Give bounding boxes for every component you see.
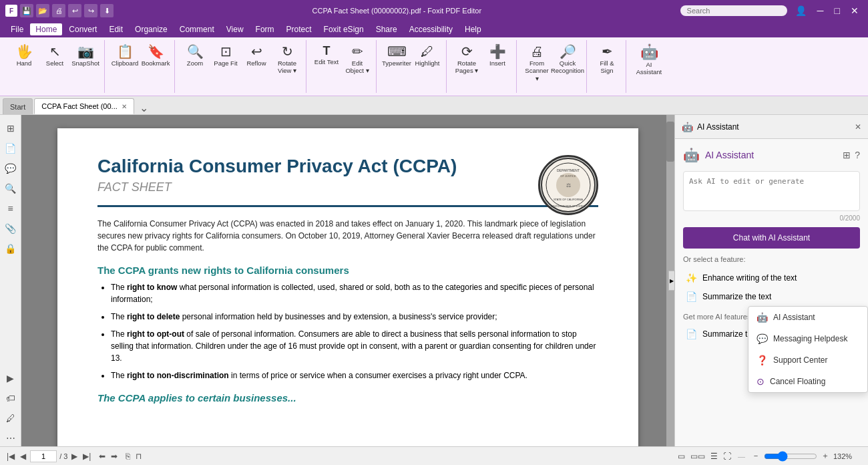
quick-access-print[interactable]: 🖨	[52, 4, 65, 17]
user-profile-icon[interactable]: 👤	[791, 4, 811, 17]
sidebar-signature-icon[interactable]: 🖊	[3, 410, 19, 426]
page-separator: / 3	[59, 452, 67, 460]
sidebar-stamp-icon[interactable]: 🏷	[3, 390, 19, 406]
menu-share[interactable]: Share	[371, 23, 403, 35]
dropdown-ai-assistant[interactable]: 🤖 AI Assistant	[748, 307, 867, 328]
menu-foxiteSign[interactable]: Foxit eSign	[318, 23, 369, 35]
ribbon-btn-hand[interactable]: 🖐 Hand	[9, 43, 39, 69]
dropdown-support-center[interactable]: ❓ Support Center	[748, 349, 867, 371]
zoom-in-btn[interactable]: ＋	[820, 449, 831, 463]
ai-panel-header: 🤖 AI Assistant ✕	[675, 115, 868, 139]
sidebar-pages-icon[interactable]: 📄	[3, 140, 19, 156]
editobject-icon: ✏	[352, 45, 363, 58]
menu-protect[interactable]: Protect	[281, 23, 317, 35]
menu-view[interactable]: View	[221, 23, 249, 35]
ribbon-btn-bookmark[interactable]: 🔖 Bookmark	[141, 43, 170, 69]
tab-ccpa[interactable]: CCPA Fact Sheet (00... ✕	[34, 98, 134, 114]
sidebar-thumbnail-icon[interactable]: ⊞	[3, 120, 19, 136]
menu-home[interactable]: Home	[30, 23, 62, 35]
sidebar-comments-icon[interactable]: 💬	[3, 160, 19, 176]
view-double-page-btn[interactable]: ▭▭	[689, 450, 706, 462]
tab-start[interactable]: Start	[3, 98, 33, 114]
ribbon-btn-insert[interactable]: ➕ Insert	[483, 43, 512, 69]
ribbon-btn-aiassistant[interactable]: 🤖 AI Assistant	[632, 43, 666, 78]
ribbon-btn-edittext[interactable]: T Edit Text	[312, 43, 341, 67]
pdf-section1-title: The CCPA grants new rights to California…	[97, 265, 598, 276]
menu-form[interactable]: Form	[250, 23, 280, 35]
ai-panel-close-btn[interactable]: ✕	[855, 122, 861, 132]
ribbon-group-scanner: 🖨 From Scanner ▾ 🔎 Quick Recognition	[518, 40, 587, 93]
menu-convert[interactable]: Convert	[63, 23, 102, 35]
menu-accessibility[interactable]: Accessibility	[404, 23, 458, 35]
pdf-body-intro: The California Consumer Privacy Act (CCP…	[97, 218, 598, 254]
nav-next-btn[interactable]: ▶	[70, 452, 79, 461]
pdf-scrollbar-thumb[interactable]	[666, 122, 674, 162]
close-button[interactable]: ✕	[847, 4, 863, 17]
nav-last-btn[interactable]: ▶|	[81, 452, 92, 461]
ribbon-btn-fromscanner[interactable]: 🖨 From Scanner ▾	[522, 43, 552, 84]
menu-file[interactable]: File	[5, 23, 29, 35]
ribbon-group-zoom: 🔍 Zoom ⊡ Page Fit ↩ Reflow ↻ Rotate View…	[176, 40, 306, 93]
ai-feature-enhance[interactable]: ✨ Enhance writing of the text	[683, 269, 860, 287]
ribbon-group-clipboard: 📋 Clipboard 🔖 Bookmark	[106, 40, 175, 93]
sidebar-security-icon[interactable]: 🔒	[3, 241, 19, 257]
tab-close-icon[interactable]: ✕	[122, 103, 127, 110]
search-input[interactable]	[680, 5, 787, 16]
dropdown-messaging-helpdesk[interactable]: 💬 Messaging Helpdesk	[748, 328, 867, 349]
quick-access-redo[interactable]: ↪	[84, 4, 97, 17]
quick-access-open[interactable]: 📂	[36, 4, 49, 17]
ribbon-btn-typewriter[interactable]: ⌨ Typewriter	[382, 43, 411, 69]
tab-scroll-down[interactable]: ⌄	[137, 102, 151, 114]
nav-first-btn[interactable]: |◀	[5, 452, 16, 461]
quick-access-save[interactable]: 💾	[20, 4, 33, 17]
ribbon-btn-clipboard[interactable]: 📋 Clipboard	[110, 43, 140, 69]
nav-prev2-btn[interactable]: ⬅	[97, 452, 107, 461]
ai-text-input[interactable]	[683, 171, 860, 211]
zoom-out-btn[interactable]: －	[750, 449, 761, 463]
ribbon-btn-rotatepages[interactable]: ⟳ Rotate Pages ▾	[452, 43, 481, 77]
ribbon-group-pages: ⟳ Rotate Pages ▾ ➕ Insert	[448, 40, 517, 93]
page-number-input[interactable]	[30, 450, 57, 462]
nav-next2-btn[interactable]: ➡	[110, 452, 119, 461]
dropdown-cancel-floating[interactable]: ⊙ Cancel Floating	[748, 371, 867, 392]
sidebar-search-icon[interactable]: 🔍	[3, 180, 19, 196]
ai-feature-summarize-text[interactable]: 📄 Summarize the text	[683, 287, 860, 306]
menu-edit[interactable]: Edit	[103, 23, 128, 35]
pdf-area: DEPARTMENT OF JUSTICE STATE OF CALIFORNI…	[21, 115, 674, 446]
maximize-button[interactable]: □	[831, 4, 844, 17]
sidebar-expand-icon[interactable]: ▶	[3, 370, 19, 386]
ai-panel-collapse-btn[interactable]: ▶	[668, 271, 675, 291]
view-fullscreen-btn[interactable]: ⛶	[722, 450, 732, 462]
ribbon-btn-select[interactable]: ↖ Select	[40, 43, 69, 69]
edittext-icon: T	[323, 45, 331, 57]
menu-comment[interactable]: Comment	[174, 23, 220, 35]
quick-access-undo[interactable]: ↩	[68, 4, 81, 17]
title-bar-left: F 💾 📂 🖨 ↩ ↪ ⬇	[5, 4, 114, 17]
paste-icon[interactable]: ⊓	[134, 452, 143, 461]
quick-access-extra[interactable]: ⬇	[100, 4, 114, 17]
ribbon-btn-highlight[interactable]: 🖊 Highlight	[413, 43, 442, 69]
ribbon-btn-reflow[interactable]: ↩ Reflow	[242, 43, 271, 69]
ribbon-btn-editobject[interactable]: ✏ Edit Object ▾	[343, 43, 372, 77]
sidebar-layers-icon[interactable]: ≡	[3, 200, 19, 216]
ribbon-btn-fillsign[interactable]: ✒ Fill & Sign	[592, 43, 622, 77]
ai-grid-icon[interactable]: ⊞	[843, 150, 851, 160]
nav-prev-btn[interactable]: ◀	[19, 452, 27, 461]
menu-help[interactable]: Help	[459, 23, 487, 35]
menu-organize[interactable]: Organize	[130, 23, 173, 35]
ribbon-btn-rotateview[interactable]: ↻ Rotate View ▾	[272, 43, 302, 77]
ai-help-icon[interactable]: ?	[855, 150, 860, 160]
view-scroll-btn[interactable]: ☰	[709, 450, 719, 462]
ribbon-btn-zoom[interactable]: 🔍 Zoom	[180, 43, 210, 69]
ribbon-btn-quickrecognition[interactable]: 🔎 Quick Recognition	[553, 43, 582, 77]
ai-chat-button[interactable]: Chat with AI Assistant	[683, 227, 860, 249]
sidebar-more-icon[interactable]: ⋯	[3, 430, 19, 446]
view-single-page-btn[interactable]: ▭	[676, 450, 686, 462]
ribbon-btn-pagefit[interactable]: ⊡ Page Fit	[211, 43, 240, 69]
ai-panel: ▶ 🤖 AI Assistant ✕ 🤖 AI Assistant ⊞ ? 0/…	[674, 115, 868, 446]
minimize-button[interactable]: ─	[813, 4, 828, 17]
zoom-slider[interactable]	[764, 451, 817, 462]
sidebar-attachments-icon[interactable]: 📎	[3, 220, 19, 237]
copy-icon[interactable]: ⎘	[124, 452, 132, 461]
ribbon-btn-snapshot[interactable]: 📷 SnapShot	[71, 43, 100, 69]
